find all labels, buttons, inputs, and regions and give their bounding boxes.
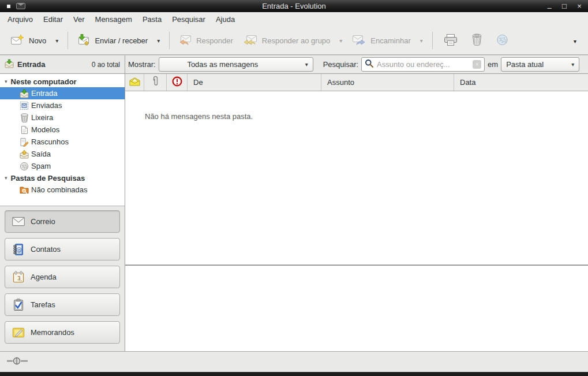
show-label: Mostrar: bbox=[128, 60, 156, 69]
online-status-icon[interactable] bbox=[7, 357, 28, 367]
calendar-icon: 3 bbox=[12, 271, 25, 284]
column-priority[interactable] bbox=[167, 74, 188, 91]
window-title: Entrada - Evolution bbox=[0, 2, 588, 10]
close-icon[interactable]: × bbox=[575, 2, 583, 10]
chevron-down-icon[interactable]: ▾ bbox=[55, 38, 58, 44]
message-pane: De Assunto Data Não há mensagens nesta p… bbox=[125, 74, 588, 351]
preview-pane bbox=[125, 266, 588, 351]
message-filter-dropdown[interactable]: Todas as mensagens ▾ bbox=[159, 57, 313, 72]
main-area: ▾ Neste computador Entrada Enviadas Lixe… bbox=[0, 74, 588, 351]
menu-pesquisar[interactable]: Pesquisar bbox=[167, 13, 211, 25]
inbox-icon bbox=[20, 89, 29, 98]
menu-mensagem[interactable]: Mensagem bbox=[90, 13, 137, 25]
drafts-icon bbox=[20, 137, 29, 147]
search-folder-icon bbox=[20, 185, 29, 195]
column-read-status[interactable] bbox=[125, 74, 144, 91]
memo-icon bbox=[12, 326, 25, 339]
folder-nao-combinadas[interactable]: Não combinadas bbox=[0, 184, 125, 196]
search-scope-dropdown[interactable]: Pasta atual ▾ bbox=[501, 57, 579, 72]
switcher-memorandos[interactable]: Memorandos bbox=[5, 321, 120, 344]
sent-icon bbox=[20, 101, 29, 110]
reply-button[interactable]: Responder bbox=[174, 30, 238, 51]
toolbar: Novo ▾ Enviar / receber ▾ Responder Resp… bbox=[0, 27, 588, 55]
menubar: Arquivo Editar Ver Mensagem Pasta Pesqui… bbox=[0, 12, 588, 27]
column-label: Assunto bbox=[327, 78, 354, 87]
send-receive-button[interactable]: Enviar / receber ▾ bbox=[72, 29, 165, 52]
toolbar-overflow-button[interactable]: ▾ bbox=[568, 33, 582, 49]
new-message-button[interactable]: Novo ▾ bbox=[6, 30, 63, 51]
column-label: De bbox=[193, 78, 203, 87]
forward-button[interactable]: Encaminhar ▾ bbox=[347, 30, 428, 51]
mail-icon bbox=[12, 215, 25, 228]
tasks-icon bbox=[12, 299, 25, 311]
forward-icon bbox=[353, 35, 366, 47]
statusbar bbox=[0, 351, 588, 372]
folder-label: Rascunhos bbox=[31, 137, 69, 146]
chevron-down-icon: ▾ bbox=[574, 38, 576, 44]
menu-pasta[interactable]: Pasta bbox=[137, 13, 167, 25]
menu-ver[interactable]: Ver bbox=[68, 13, 90, 25]
tree-group-this-computer[interactable]: ▾ Neste computador bbox=[0, 76, 125, 87]
switcher-tarefas[interactable]: Tarefas bbox=[5, 293, 120, 316]
folder-label: Saída bbox=[31, 150, 51, 158]
reply-all-button[interactable]: Responder ao grupo ▾ bbox=[238, 30, 348, 51]
folder-label: Lixeira bbox=[31, 113, 53, 122]
send-receive-label: Enviar / receber bbox=[95, 36, 148, 45]
new-message-label: Novo bbox=[29, 36, 46, 45]
switcher-correio[interactable]: Correio bbox=[5, 210, 120, 233]
filter-search-controls: Mostrar: Todas as mensagens ▾ Pesquisar:… bbox=[125, 55, 588, 73]
column-data[interactable]: Data bbox=[454, 74, 588, 91]
folder-rascunhos[interactable]: Rascunhos bbox=[0, 136, 125, 148]
minimize-icon[interactable]: – bbox=[545, 4, 553, 12]
chevron-down-icon[interactable]: ▾ bbox=[420, 38, 423, 44]
folder-spam[interactable]: Spam bbox=[0, 160, 125, 172]
inbox-icon bbox=[5, 59, 14, 70]
folder-enviadas[interactable]: Enviadas bbox=[0, 99, 125, 111]
folder-lixeira[interactable]: Lixeira bbox=[0, 111, 125, 124]
maximize-icon[interactable]: □ bbox=[560, 2, 568, 10]
junk-icon bbox=[496, 33, 508, 47]
collapse-arrow-icon[interactable]: ▾ bbox=[5, 79, 8, 84]
send-receive-icon bbox=[77, 34, 90, 47]
switcher-label: Tarefas bbox=[31, 300, 55, 309]
chevron-down-icon: ▾ bbox=[305, 61, 308, 68]
menu-editar[interactable]: Editar bbox=[38, 13, 68, 25]
reply-icon bbox=[179, 35, 192, 47]
switcher-contatos[interactable]: @ Contatos bbox=[5, 238, 120, 260]
contacts-icon: @ bbox=[12, 243, 25, 256]
junk-button[interactable] bbox=[489, 29, 515, 52]
switcher-label: Correio bbox=[31, 217, 55, 226]
tree-group-search-folders[interactable]: ▾ Pastas de Pesquisas bbox=[0, 172, 125, 184]
chevron-down-icon[interactable]: ▾ bbox=[157, 38, 160, 44]
folder-label: Spam bbox=[31, 162, 51, 170]
column-attachment[interactable] bbox=[144, 74, 167, 91]
evolution-window: Entrada - Evolution – □ × Arquivo Editar… bbox=[0, 0, 588, 376]
delete-button[interactable] bbox=[465, 29, 489, 52]
folder-tree: ▾ Neste computador Entrada Enviadas Lixe… bbox=[0, 74, 125, 206]
folder-saida[interactable]: Saída bbox=[0, 148, 125, 160]
message-list-header: De Assunto Data bbox=[125, 74, 588, 91]
column-de[interactable]: De bbox=[188, 74, 321, 91]
folder-label: Não combinadas bbox=[31, 185, 88, 194]
current-folder-name: Entrada bbox=[17, 60, 45, 69]
column-assunto[interactable]: Assunto bbox=[321, 74, 454, 91]
folder-entrada[interactable]: Entrada bbox=[0, 87, 125, 99]
attachment-icon bbox=[152, 76, 159, 89]
collapse-arrow-icon[interactable]: ▾ bbox=[5, 175, 8, 181]
folder-modelos[interactable]: Modelos bbox=[0, 124, 125, 136]
print-button[interactable] bbox=[437, 29, 465, 52]
menu-ajuda[interactable]: Ajuda bbox=[211, 13, 240, 25]
clear-search-icon[interactable]: × bbox=[473, 60, 481, 69]
column-label: Data bbox=[460, 78, 475, 87]
search-label: Pesquisar: bbox=[323, 60, 358, 69]
template-icon bbox=[20, 125, 29, 135]
message-count: 0 ao total bbox=[92, 61, 120, 69]
chevron-down-icon[interactable]: ▾ bbox=[339, 38, 342, 44]
reply-label: Responder bbox=[196, 36, 233, 45]
scope-value: Pasta atual bbox=[506, 60, 544, 69]
svg-text:@: @ bbox=[16, 246, 22, 252]
message-list[interactable]: Não há mensagens nesta pasta. bbox=[125, 91, 588, 265]
menu-arquivo[interactable]: Arquivo bbox=[2, 13, 38, 25]
search-input[interactable] bbox=[377, 60, 470, 69]
switcher-agenda[interactable]: 3 Agenda bbox=[5, 266, 120, 288]
